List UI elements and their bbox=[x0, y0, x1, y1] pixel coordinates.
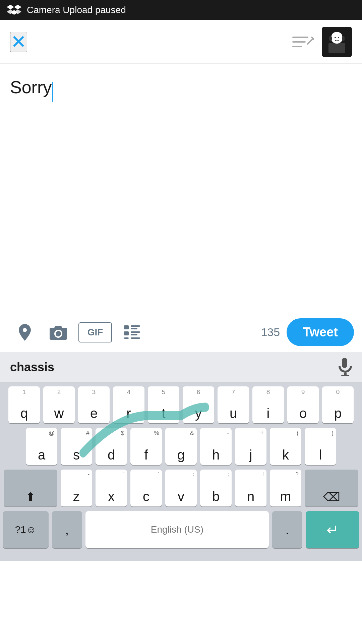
gif-label: GIF bbox=[87, 327, 103, 338]
key-l[interactable]: )l bbox=[305, 428, 336, 465]
svg-rect-13 bbox=[329, 36, 332, 41]
svg-marker-0 bbox=[7, 5, 14, 9]
key-row-2: @a #s $d %f &g -h +j (k )l bbox=[3, 428, 359, 465]
key-w[interactable]: 2w bbox=[43, 386, 75, 423]
key-i[interactable]: 8i bbox=[252, 386, 284, 423]
toolbar-right bbox=[292, 27, 352, 57]
key-g[interactable]: &g bbox=[165, 428, 197, 465]
compose-area[interactable]: Sorry bbox=[0, 64, 362, 312]
gif-button[interactable]: GIF bbox=[78, 322, 112, 342]
key-e[interactable]: 3e bbox=[78, 386, 110, 423]
svg-point-16 bbox=[335, 37, 336, 38]
key-o[interactable]: 9o bbox=[287, 386, 319, 423]
svg-rect-21 bbox=[131, 328, 137, 329]
svg-rect-27 bbox=[342, 358, 347, 368]
toolbar: ✕ bbox=[0, 20, 362, 64]
key-row-bottom: ?1☺ , English (US) . ↵ bbox=[3, 511, 359, 548]
close-button[interactable]: ✕ bbox=[10, 32, 27, 52]
svg-rect-19 bbox=[124, 325, 129, 329]
dot-label: . bbox=[285, 522, 289, 537]
text-cursor bbox=[52, 82, 53, 102]
list-button[interactable] bbox=[115, 317, 149, 347]
svg-rect-26 bbox=[131, 337, 140, 339]
suggestion-text[interactable]: chassis bbox=[10, 360, 54, 374]
dot-key[interactable]: . bbox=[272, 511, 302, 548]
key-q[interactable]: 1q bbox=[8, 386, 40, 423]
avatar[interactable] bbox=[322, 27, 352, 57]
symbols-label: ?1☺ bbox=[15, 524, 36, 535]
return-key[interactable]: ↵ bbox=[306, 511, 359, 548]
svg-point-18 bbox=[56, 331, 61, 336]
backspace-button[interactable]: ⌫ bbox=[305, 470, 358, 506]
space-label: English (US) bbox=[151, 524, 203, 535]
status-bar: Camera Upload paused bbox=[0, 0, 362, 20]
location-button[interactable] bbox=[8, 317, 42, 347]
symbols-button[interactable]: ?1☺ bbox=[3, 511, 49, 548]
key-row-1: 1q 2w 3e 4r 5t 6y 7u 8i 9o 0p bbox=[3, 386, 359, 423]
svg-rect-23 bbox=[131, 331, 140, 333]
key-p[interactable]: 0p bbox=[322, 386, 354, 423]
svg-point-17 bbox=[338, 37, 339, 38]
camera-button[interactable] bbox=[42, 317, 75, 347]
shift-button[interactable]: ⬆ bbox=[4, 470, 57, 506]
key-k[interactable]: (k bbox=[270, 428, 301, 465]
keyboard: 1q 2w 3e 4r 5t 6y 7u 8i 9o 0p @a #s $d %… bbox=[0, 382, 362, 561]
status-bar-text: Camera Upload paused bbox=[27, 5, 126, 15]
suggestion-bar: chassis bbox=[0, 352, 362, 382]
comma-key[interactable]: , bbox=[52, 511, 82, 548]
key-n[interactable]: !n bbox=[235, 470, 266, 506]
key-a[interactable]: @a bbox=[26, 428, 57, 465]
key-b[interactable]: ;b bbox=[200, 470, 232, 506]
key-y[interactable]: 6y bbox=[183, 386, 214, 423]
svg-marker-1 bbox=[14, 5, 21, 9]
char-count: 135 bbox=[149, 326, 287, 339]
dropbox-icon bbox=[7, 4, 21, 16]
key-c[interactable]: 'c bbox=[130, 470, 162, 506]
key-x[interactable]: "x bbox=[96, 470, 127, 506]
compose-wrapper: Sorry bbox=[10, 77, 352, 305]
mic-button[interactable] bbox=[337, 357, 352, 377]
return-icon: ↵ bbox=[326, 521, 339, 538]
key-v[interactable]: :v bbox=[165, 470, 197, 506]
tweet-text: Sorry bbox=[10, 77, 52, 97]
tweet-text-container[interactable]: Sorry bbox=[10, 77, 352, 102]
key-r[interactable]: 4r bbox=[113, 386, 144, 423]
draft-icon[interactable] bbox=[292, 35, 314, 49]
svg-rect-14 bbox=[342, 36, 345, 41]
key-t[interactable]: 5t bbox=[148, 386, 179, 423]
key-d[interactable]: $d bbox=[96, 428, 127, 465]
svg-rect-24 bbox=[131, 334, 137, 335]
key-h[interactable]: -h bbox=[200, 428, 232, 465]
key-j[interactable]: +j bbox=[235, 428, 266, 465]
svg-rect-25 bbox=[124, 337, 129, 339]
svg-rect-20 bbox=[131, 325, 140, 327]
key-z[interactable]: -z bbox=[61, 470, 92, 506]
tweet-button[interactable]: Tweet bbox=[287, 318, 354, 346]
avatar-image bbox=[322, 27, 352, 57]
key-m[interactable]: ?m bbox=[270, 470, 301, 506]
keyboard-area: chassis 1q 2w 3e 4r 5t 6y 7u 8i bbox=[0, 352, 362, 561]
keyboard-bottom-padding bbox=[3, 553, 359, 561]
bottom-toolbar: GIF 135 Tweet bbox=[0, 312, 362, 352]
comma-label: , bbox=[65, 522, 69, 537]
svg-line-8 bbox=[308, 39, 313, 44]
key-f[interactable]: %f bbox=[130, 428, 162, 465]
svg-rect-22 bbox=[124, 331, 129, 335]
space-key[interactable]: English (US) bbox=[85, 511, 269, 548]
key-row-3: ⬆ -z "x 'c :v ;b !n ?m ⌫ bbox=[3, 470, 359, 506]
svg-rect-29 bbox=[341, 375, 349, 376]
key-s[interactable]: #s bbox=[61, 428, 92, 465]
svg-rect-12 bbox=[328, 43, 345, 53]
key-u[interactable]: 7u bbox=[218, 386, 249, 423]
